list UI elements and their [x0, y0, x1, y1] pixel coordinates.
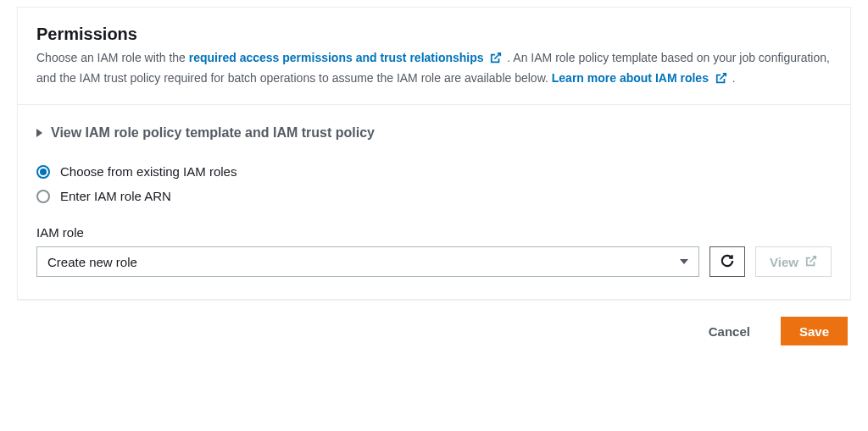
iam-role-select-row: Create new role View: [36, 246, 832, 277]
radio-label: Enter IAM role ARN: [60, 189, 171, 203]
iam-role-select[interactable]: Create new role: [36, 246, 699, 277]
iam-role-source-radio-group: Choose from existing IAM roles Enter IAM…: [36, 159, 832, 208]
radio-label: Choose from existing IAM roles: [60, 164, 236, 179]
external-link-icon: [490, 51, 502, 69]
view-button-label: View: [770, 255, 798, 269]
panel-body: View IAM role policy template and IAM tr…: [18, 105, 850, 299]
link-text-1: required access permissions and trust re…: [189, 51, 484, 64]
form-footer: Cancel Save: [17, 300, 851, 345]
expander-policy-template[interactable]: View IAM role policy template and IAM tr…: [36, 125, 832, 141]
radio-existing-roles[interactable]: Choose from existing IAM roles: [36, 159, 832, 184]
panel-header: Permissions Choose an IAM role with the …: [18, 8, 850, 105]
iam-role-field-label: IAM role: [36, 225, 832, 240]
view-button[interactable]: View: [755, 246, 832, 277]
save-button[interactable]: Save: [781, 317, 848, 345]
chevron-down-icon: [680, 259, 688, 264]
select-value: Create new role: [47, 255, 137, 269]
radio-enter-arn[interactable]: Enter IAM role ARN: [36, 184, 832, 208]
cancel-button[interactable]: Cancel: [690, 317, 769, 345]
external-link-icon: [805, 255, 817, 269]
permissions-panel: Permissions Choose an IAM role with the …: [17, 7, 851, 300]
link-learn-more[interactable]: Learn more about IAM roles: [552, 71, 732, 85]
panel-title: Permissions: [36, 25, 832, 44]
link-required-permissions[interactable]: required access permissions and trust re…: [189, 51, 508, 64]
desc-text-3: .: [732, 71, 736, 85]
refresh-icon: [720, 253, 735, 271]
radio-icon: [36, 165, 50, 179]
caret-right-icon: [36, 129, 42, 137]
radio-icon: [36, 190, 50, 203]
panel-description: Choose an IAM role with the required acc…: [36, 49, 832, 89]
link-text-2: Learn more about IAM roles: [552, 71, 709, 85]
external-link-icon: [715, 71, 727, 90]
desc-text-1: Choose an IAM role with the: [36, 51, 189, 64]
refresh-button[interactable]: [709, 246, 745, 277]
expander-label: View IAM role policy template and IAM tr…: [51, 125, 375, 141]
